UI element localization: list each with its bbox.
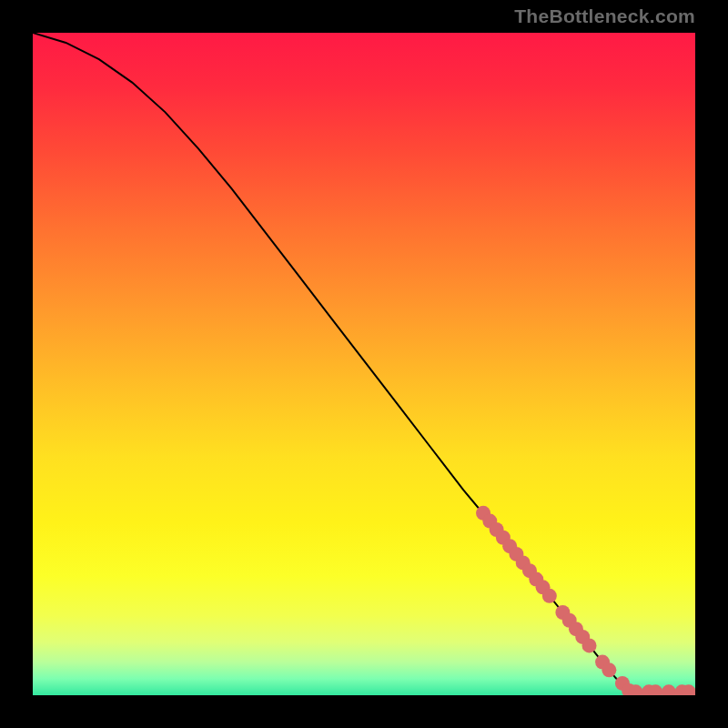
marker-point <box>582 638 597 652</box>
marker-point <box>602 662 616 677</box>
plot-area <box>33 33 695 695</box>
watermark-text: TheBottleneck.com <box>514 5 695 27</box>
gradient-background <box>33 33 695 695</box>
chart-svg <box>33 33 695 695</box>
marker-point <box>542 589 557 603</box>
chart-stage: TheBottleneck.com <box>0 0 728 728</box>
